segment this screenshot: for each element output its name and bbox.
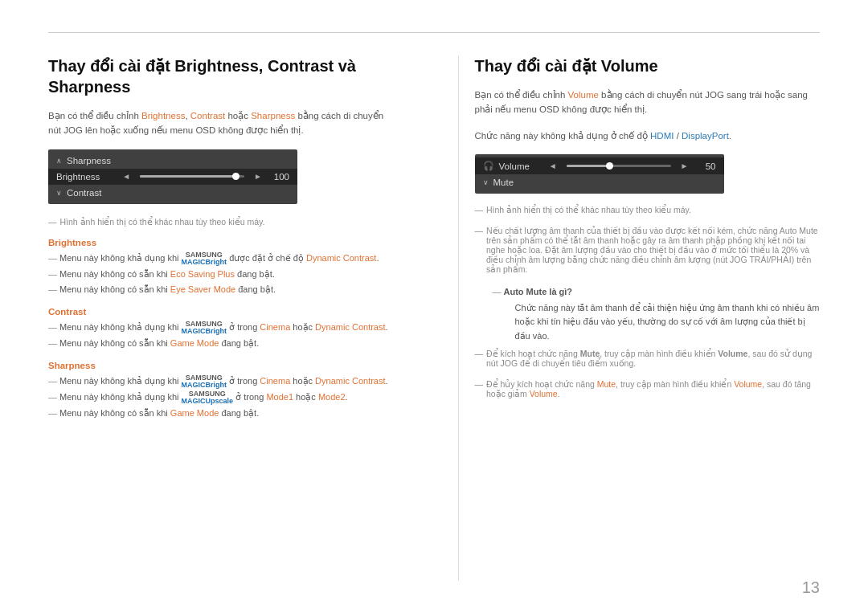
subsection-contrast: Contrast Menu này không khả dụng khi SAM… bbox=[48, 307, 394, 351]
subsection-brightness: Brightness Menu này không khả dụng khi S… bbox=[48, 238, 394, 297]
mute-orange: Mute bbox=[597, 379, 616, 389]
contrast-item-1: Menu này không khả dụng khi SAMSUNGMAGIC… bbox=[48, 321, 394, 335]
headphone-icon: 🎧 bbox=[483, 161, 494, 171]
cinema-link: Cinema bbox=[260, 322, 290, 332]
osd-volume-row: 🎧 Volume ◄ ► 50 bbox=[475, 157, 724, 174]
displayport-highlight: DisplayPort bbox=[682, 131, 729, 141]
right-note-2-text: Nếu chất lượng âm thanh của thiết bị đầu… bbox=[486, 226, 820, 274]
slider-fill bbox=[140, 175, 240, 178]
game-mode-link-2: Game Mode bbox=[170, 408, 219, 418]
volume-value: 50 bbox=[694, 161, 716, 171]
page-container: Thay đổi cài đặt Brightness, Contrast và… bbox=[0, 0, 868, 613]
contrast-label: Contrast bbox=[67, 188, 289, 198]
auto-mute-title-item: Auto Mute là gì? bbox=[493, 285, 821, 300]
osd-sharpness-row: ∧ Sharpness bbox=[48, 153, 297, 169]
sharpness-item-2: Menu này không khả dụng khi SAMSUNGMAGIC… bbox=[48, 390, 394, 405]
mute-bold: Mute bbox=[580, 349, 600, 358]
page-number: 13 bbox=[802, 578, 820, 597]
right-note-2: Nếu chất lượng âm thanh của thiết bị đầu… bbox=[475, 226, 821, 274]
osd-menu: ∧ Sharpness Brightness ◄ ► 100 ∨ bbox=[48, 149, 297, 204]
sharpness-section-title: Sharpness bbox=[48, 361, 394, 370]
dynamic-contrast-link-2: Dynamic Contrast bbox=[315, 322, 385, 332]
auto-mute-title: Auto Mute là gì? bbox=[504, 287, 573, 296]
samsung-magic-badge-3: SAMSUNGMAGICBright bbox=[182, 374, 227, 389]
volume-arrow-right: ► bbox=[681, 161, 689, 170]
mode2-link: Mode2 bbox=[318, 392, 346, 402]
top-border bbox=[48, 32, 820, 33]
volume-label: Volume bbox=[499, 161, 549, 171]
left-intro-text: Bạn có thể điều chỉnh Brightness, Contra… bbox=[48, 108, 394, 138]
brightness-label: Brightness bbox=[56, 172, 122, 182]
left-column: Thay đổi cài đặt Brightness, Contrast và… bbox=[48, 55, 410, 581]
subsection-sharpness: Sharpness Menu này không khả dụng khi SA… bbox=[48, 361, 394, 421]
right-column: Thay đổi cài đặt Volume Bạn có thể điều … bbox=[458, 55, 821, 581]
right-note-1: Hình ảnh hiển thị có thể khác nhau tùy t… bbox=[475, 205, 821, 215]
auto-mute-section: Auto Mute là gì? Chức năng này tắt âm th… bbox=[475, 285, 821, 343]
right-section-title: Thay đổi cài đặt Volume bbox=[475, 55, 821, 76]
eye-saver-link: Eye Saver Mode bbox=[170, 284, 235, 294]
hdmi-highlight: HDMI bbox=[650, 131, 674, 141]
right-note-4: Để hủy kích hoạt chức năng Mute, truy cậ… bbox=[475, 379, 821, 398]
mute-label: Mute bbox=[493, 178, 716, 187]
brightness-section-title: Brightness bbox=[48, 238, 394, 247]
chevron-up-icon: ∧ bbox=[56, 157, 62, 165]
volume-slider-thumb bbox=[606, 162, 613, 170]
volume-slider[interactable] bbox=[567, 165, 671, 167]
chevron-down-icon-2: ∨ bbox=[483, 178, 489, 186]
contrast-section-title: Contrast bbox=[48, 307, 394, 317]
brightness-value: 100 bbox=[267, 172, 289, 182]
sharpness-item-3: Menu này không có sẵn khi Game Mode đang… bbox=[48, 407, 394, 421]
right-note-3: Để kích hoạt chức năng Mute, truy cập mà… bbox=[475, 349, 821, 368]
brightness-item-3: Menu này không có sẵn khi Eye Saver Mode… bbox=[48, 283, 394, 297]
sharpness-highlight: Sharpness bbox=[251, 111, 295, 121]
osd-brightness-row: Brightness ◄ ► 100 bbox=[48, 169, 297, 185]
arrow-right-icon: ► bbox=[254, 172, 262, 181]
slider-thumb bbox=[232, 173, 240, 180]
game-mode-link: Game Mode bbox=[170, 338, 219, 348]
brightness-slider[interactable] bbox=[140, 175, 244, 178]
dynamic-contrast-link: Dynamic Contrast bbox=[306, 253, 376, 263]
volume-arrow-left: ◄ bbox=[549, 161, 557, 170]
right-intro-text: Bạn có thể điều chỉnh Volume bằng cách d… bbox=[475, 88, 821, 117]
arrow-left-icon: ◄ bbox=[122, 172, 130, 181]
mode1-link: Mode1 bbox=[266, 392, 293, 402]
volume-highlight: Volume bbox=[568, 90, 599, 100]
chevron-down-icon: ∨ bbox=[56, 189, 62, 197]
dynamic-contrast-link-3: Dynamic Contrast bbox=[315, 376, 385, 386]
two-col-layout: Thay đổi cài đặt Brightness, Contrast và… bbox=[48, 55, 820, 581]
cinema-link-2: Cinema bbox=[260, 376, 290, 386]
contrast-item-2: Menu này không có sẵn khi Game Mode đang… bbox=[48, 337, 394, 351]
volume-orange-1: Volume bbox=[734, 379, 762, 389]
contrast-highlight: Contrast bbox=[190, 111, 225, 121]
right-intro-text-2: Chức năng này không khả dụng ở chế độ HD… bbox=[475, 129, 821, 143]
volume-slider-fill bbox=[567, 165, 614, 167]
left-section-title: Thay đổi cài đặt Brightness, Contrast và… bbox=[48, 55, 394, 97]
osd-volume-menu: 🎧 Volume ◄ ► 50 ∨ Mute bbox=[475, 154, 724, 194]
samsung-magic-badge: SAMSUNGMAGICBright bbox=[182, 251, 227, 266]
samsung-magic-upscale-badge: SAMSUNGMAGICUpscale bbox=[182, 390, 234, 405]
brightness-highlight: Brightness bbox=[141, 111, 185, 121]
eco-saving-link: Eco Saving Plus bbox=[170, 269, 235, 279]
brightness-item-2: Menu này không có sẵn khi Eco Saving Plu… bbox=[48, 268, 394, 282]
auto-mute-description: Chức năng này tắt âm thanh để cải thiện … bbox=[493, 301, 821, 344]
volume-orange-2: Volume bbox=[530, 389, 558, 398]
osd-mute-row: ∨ Mute bbox=[475, 174, 724, 190]
left-note: Hình ảnh hiển thị có thể khác nhau tùy t… bbox=[48, 217, 394, 227]
brightness-item-1: Menu này không khả dụng khi SAMSUNGMAGIC… bbox=[48, 251, 394, 266]
sharpness-label: Sharpness bbox=[67, 156, 289, 166]
sharpness-item-1: Menu này không khả dụng khi SAMSUNGMAGIC… bbox=[48, 374, 394, 389]
osd-contrast-row: ∨ Contrast bbox=[48, 185, 297, 201]
samsung-magic-badge-2: SAMSUNGMAGICBright bbox=[182, 321, 227, 335]
volume-bold-1: Volume bbox=[718, 349, 747, 358]
